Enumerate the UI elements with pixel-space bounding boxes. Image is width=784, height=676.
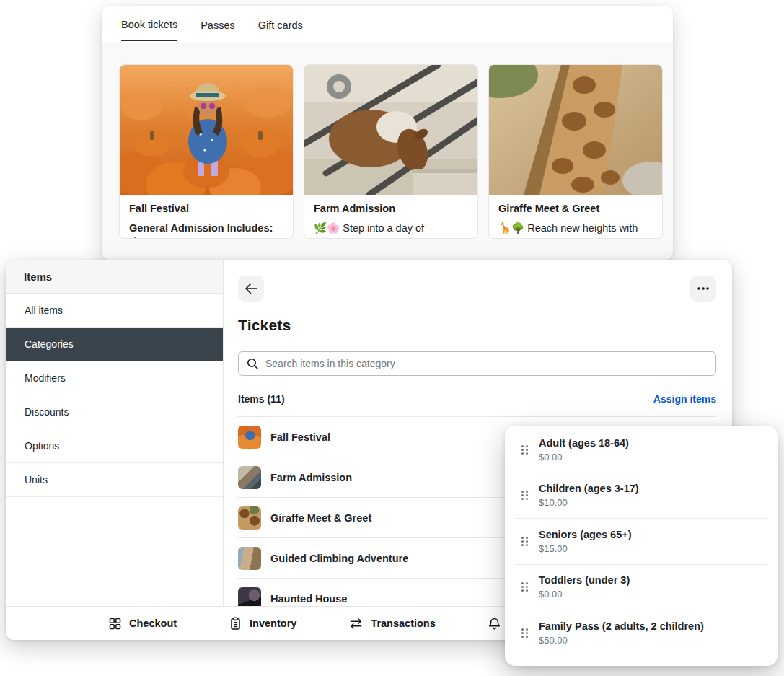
booking-tabbar: Book tickets Passes Gift cards — [102, 6, 673, 43]
card-description-line: General Admission Includes: — [129, 221, 283, 235]
ticket-cards-area: Fall Festival General Admission Includes… — [102, 43, 673, 260]
sidebar-item-all-items[interactable]: All items — [6, 294, 223, 328]
item-name: Fall Festival — [270, 431, 330, 443]
fall-festival-photo — [120, 65, 293, 195]
sidebar-item-options[interactable]: Options — [6, 429, 223, 463]
item-thumbnail — [238, 466, 261, 489]
variation-price: $0.00 — [539, 589, 630, 600]
search-box[interactable] — [238, 351, 716, 376]
drag-handle-icon[interactable] — [521, 628, 529, 638]
variation-row-adult[interactable]: Adult (ages 18-64) $0.00 — [515, 427, 767, 473]
card-title: Farm Admission — [314, 203, 468, 214]
item-name: Haunted House — [270, 593, 347, 605]
variation-name: Family Pass (2 adults, 2 children) — [539, 620, 704, 632]
variation-price: $0.00 — [539, 452, 629, 462]
farm-admission-photo — [304, 65, 477, 195]
nav-item-transactions[interactable]: Transactions — [348, 617, 435, 631]
clipboard-icon — [229, 617, 242, 631]
sidebar-item-discounts[interactable]: Discounts — [6, 395, 223, 429]
variation-row-toddlers[interactable]: Toddlers (under 3) $0.00 — [515, 565, 767, 611]
ticket-card-giraffe-meet-greet[interactable]: Giraffe Meet & Greet 🦒🌳 Reach new height… — [488, 64, 663, 239]
item-thumbnail — [238, 506, 261, 530]
nav-label: Inventory — [250, 618, 296, 629]
page-title: Tickets — [238, 317, 716, 334]
grid-icon — [108, 617, 122, 631]
nav-item-checkout[interactable]: Checkout — [108, 617, 177, 631]
back-arrow-icon — [243, 281, 259, 297]
sidebar-item-categories[interactable]: Categories — [6, 328, 223, 361]
card-title: Giraffe Meet & Greet — [498, 203, 653, 214]
ticket-card-farm-admission[interactable]: Farm Admission 🌿🌸 Step into a day of tra… — [304, 64, 478, 239]
item-name: Farm Admission — [270, 472, 352, 483]
ticket-card-fall-festival[interactable]: Fall Festival General Admission Includes… — [119, 64, 294, 239]
item-name: Guided Climbing Adventure — [270, 553, 408, 564]
transfer-arrows-icon — [348, 617, 364, 631]
card-description-line: 🎃 Pumpkin Patch & U-Pick – Choose… — [129, 235, 283, 239]
item-name: Giraffe Meet & Greet — [270, 512, 371, 524]
variation-price: $50.00 — [539, 635, 704, 646]
drag-handle-icon[interactable] — [521, 581, 529, 592]
search-input[interactable] — [265, 358, 708, 369]
tab-book-tickets[interactable]: Book tickets — [121, 7, 177, 41]
search-icon — [247, 358, 259, 370]
card-description-line: 🌿🌸 Step into a day of tranquility and — [314, 221, 468, 239]
giraffe-card-body: Giraffe Meet & Greet 🦒🌳 Reach new height… — [489, 195, 662, 239]
variation-name: Toddlers (under 3) — [539, 574, 630, 586]
booking-window: Book tickets Passes Gift cards — [102, 6, 673, 260]
item-thumbnail — [238, 547, 261, 570]
variation-name: Seniors (ages 65+) — [539, 529, 632, 540]
bell-icon — [488, 617, 501, 631]
items-sidebar: Items All items Categories Modifiers Dis… — [6, 260, 224, 606]
back-button[interactable] — [238, 276, 264, 302]
variations-card: Adult (ages 18-64) $0.00 Children (ages … — [505, 426, 778, 666]
variation-row-family-pass[interactable]: Family Pass (2 adults, 2 children) $50.0… — [515, 610, 767, 657]
ellipsis-icon — [697, 286, 710, 291]
sidebar-item-modifiers[interactable]: Modifiers — [6, 361, 223, 395]
variation-name: Adult (ages 18-64) — [539, 437, 629, 449]
item-thumbnail — [238, 587, 261, 607]
variation-row-children[interactable]: Children (ages 3-17) $10.00 — [515, 473, 767, 519]
variation-row-seniors[interactable]: Seniors (ages 65+) $15.00 — [515, 519, 767, 565]
assign-items-link[interactable]: Assign items — [653, 393, 716, 405]
fall-festival-card-body: Fall Festival General Admission Includes… — [120, 195, 293, 239]
card-title: Fall Festival — [129, 203, 283, 214]
more-options-button[interactable] — [690, 276, 716, 302]
sidebar-header-items: Items — [6, 260, 223, 294]
variation-price: $15.00 — [539, 543, 632, 554]
drag-handle-icon[interactable] — [521, 444, 529, 455]
item-thumbnail — [238, 426, 261, 449]
nav-label: Transactions — [371, 618, 435, 629]
drag-handle-icon[interactable] — [521, 536, 529, 547]
drag-handle-icon[interactable] — [521, 490, 529, 501]
giraffe-photo — [489, 65, 662, 195]
variation-price: $10.00 — [539, 497, 639, 508]
card-description-line: 🦒🌳 Reach new heights with our — [498, 221, 653, 239]
tab-gift-cards[interactable]: Gift cards — [258, 8, 303, 40]
variation-name: Children (ages 3-17) — [539, 483, 639, 494]
nav-item-inventory[interactable]: Inventory — [229, 617, 296, 631]
tab-passes[interactable]: Passes — [201, 8, 235, 40]
farm-admission-card-body: Farm Admission 🌿🌸 Step into a day of tra… — [304, 195, 477, 239]
nav-label: Checkout — [129, 618, 177, 629]
items-count-label: Items (11) — [238, 393, 285, 405]
sidebar-item-units[interactable]: Units — [6, 463, 223, 497]
